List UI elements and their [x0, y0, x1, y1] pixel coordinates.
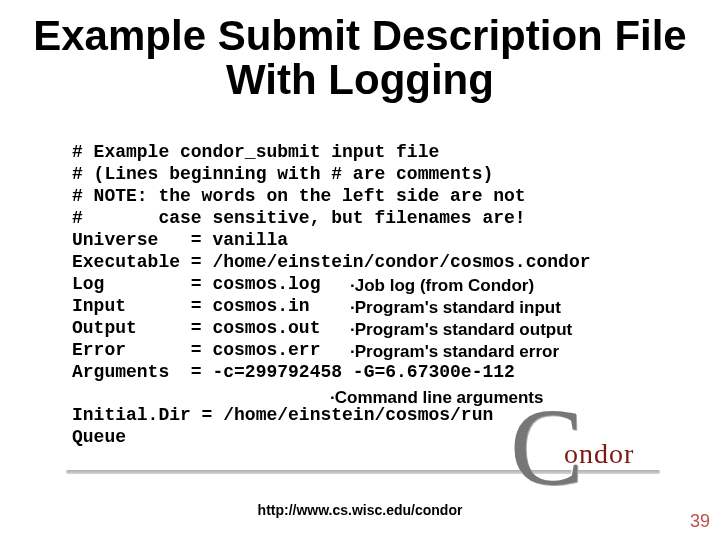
divider: [66, 470, 660, 474]
code-annotations: ·Job log (from Condor) ·Program's standa…: [350, 275, 572, 363]
code-line: Input = cosmos.in: [72, 296, 310, 316]
slide: Example Submit Description File With Log…: [0, 14, 720, 540]
code-line: Queue: [72, 427, 126, 447]
code-line: Executable = /home/einstein/condor/cosmo…: [72, 252, 590, 272]
code-line: Arguments = -c=299792458 -G=6.67300e-112: [72, 362, 515, 382]
annot-input: ·Program's standard input: [350, 297, 572, 319]
annot-output: ·Program's standard output: [350, 319, 572, 341]
page-number: 39: [690, 511, 710, 532]
annot-arguments: ·Command line arguments: [330, 388, 543, 408]
code-line: Error = cosmos.err: [72, 340, 320, 360]
footer-url: http://www.cs.wisc.edu/condor: [0, 502, 720, 518]
code-line: Log = cosmos.log: [72, 274, 320, 294]
slide-title: Example Submit Description File With Log…: [30, 14, 690, 102]
code-line: Universe = vanilla: [72, 230, 288, 250]
code-line: # case sensitive, but filenames are!: [72, 208, 526, 228]
code-line: # Example condor_submit input file: [72, 142, 439, 162]
annot-error: ·Program's standard error: [350, 341, 572, 363]
code-line: Output = cosmos.out: [72, 318, 320, 338]
code-line: # (Lines beginning with # are comments): [72, 164, 493, 184]
code-line: # NOTE: the words on the left side are n…: [72, 186, 526, 206]
annot-log: ·Job log (from Condor): [350, 275, 572, 297]
code-line: Initial.Dir = /home/einstein/cosmos/run: [72, 405, 493, 425]
